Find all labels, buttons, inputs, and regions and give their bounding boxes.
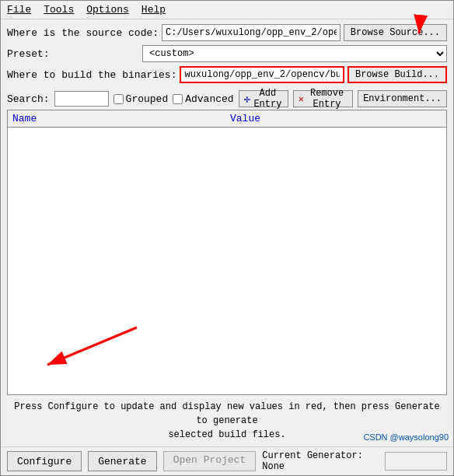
generator-text: Current Generator: None [262,450,379,472]
status-area: Press Configure to update and display ne… [1,395,453,446]
browse-build-button[interactable]: Browse Build... [347,66,447,83]
build-row: Where to build the binaries: Browse Buil… [7,66,447,83]
status-line1: Press Configure to update and display ne… [14,401,439,426]
source-label: Where is the source code: [7,27,159,39]
menu-help[interactable]: Help [140,3,167,16]
config-table: Name Value [7,110,447,395]
preset-row: Preset: <custom> [7,45,447,62]
configure-button[interactable]: Configure [7,451,82,471]
browse-source-button[interactable]: Browse Source... [344,24,447,41]
menubar: File Tools Options Help [1,1,453,19]
remove-entry-button[interactable]: ✕ Remove Entry [293,90,353,107]
build-input[interactable] [180,66,344,83]
table-body[interactable] [8,128,446,392]
form-area: Where is the source code: Browse Source.… [1,19,453,88]
watermark: CSDN @waysolong90 [363,431,449,444]
col-value-header: Value [230,113,442,124]
build-label: Where to build the binaries: [7,69,176,81]
bottom-bar: Configure Generate Open Project Current … [1,446,453,475]
toolbar-row: Search: Grouped Advanced ✛ Add Entry ✕ R… [1,88,453,110]
status-line2: selected build files. [168,429,285,440]
grouped-checkbox[interactable] [114,94,124,104]
table-header: Name Value [8,110,446,128]
source-row: Where is the source code: Browse Source.… [7,24,447,41]
advanced-label: Advanced [185,93,233,105]
add-entry-button[interactable]: ✛ Add Entry [239,90,288,107]
menu-file[interactable]: File [5,3,33,16]
grouped-checkbox-label[interactable]: Grouped [114,93,169,105]
remove-entry-label: Remove Entry [306,88,347,110]
preset-select[interactable]: <custom> [142,45,447,62]
search-label: Search: [7,93,50,105]
advanced-checkbox-label[interactable]: Advanced [173,93,233,105]
open-project-button: Open Project [163,451,257,471]
generate-button[interactable]: Generate [88,451,156,471]
advanced-checkbox[interactable] [173,94,183,104]
preset-label: Preset: [7,48,139,60]
x-icon: ✕ [299,93,304,105]
col-name-header: Name [12,113,230,124]
menu-options[interactable]: Options [85,3,131,16]
menu-tools[interactable]: Tools [42,3,75,16]
search-input[interactable] [54,91,109,107]
right-spacer [385,452,447,471]
grouped-label: Grouped [126,93,169,105]
environment-button[interactable]: Environment... [358,90,447,107]
plus-icon: ✛ [244,93,250,106]
source-input[interactable] [162,24,340,41]
add-entry-label: Add Entry [253,88,283,110]
